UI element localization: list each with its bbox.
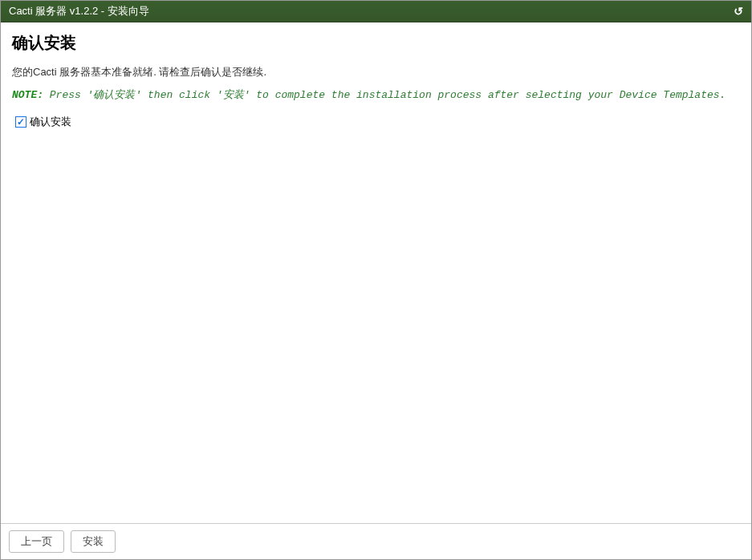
- note-line: NOTE: Press '确认安装' then click '安装' to co…: [12, 87, 740, 102]
- confirm-checkbox-label: 确认安装: [30, 115, 71, 129]
- footer-bar: 上一页 安装: [1, 523, 751, 559]
- note-label: NOTE:: [12, 89, 43, 101]
- confirm-checkbox[interactable]: [15, 116, 26, 128]
- wizard-container: Cacti 服务器 v1.2.2 - 安装向导 ↻ 确认安装 您的Cacti 服…: [0, 0, 752, 560]
- previous-button[interactable]: 上一页: [9, 530, 64, 553]
- install-button[interactable]: 安装: [71, 530, 116, 553]
- content-area: 确认安装 您的Cacti 服务器基本准备就绪. 请检查后确认是否继续. NOTE…: [1, 22, 751, 523]
- refresh-icon[interactable]: ↻: [734, 5, 743, 18]
- header-title: Cacti 服务器 v1.2.2 - 安装向导: [9, 4, 149, 18]
- confirm-checkbox-row[interactable]: 确认安装: [15, 115, 740, 129]
- intro-text: 您的Cacti 服务器基本准备就绪. 请检查后确认是否继续.: [12, 65, 740, 79]
- header-bar: Cacti 服务器 v1.2.2 - 安装向导 ↻: [1, 1, 751, 22]
- note-text: Press '确认安装' then click '安装' to complete…: [43, 89, 726, 101]
- page-heading: 确认安装: [12, 32, 740, 54]
